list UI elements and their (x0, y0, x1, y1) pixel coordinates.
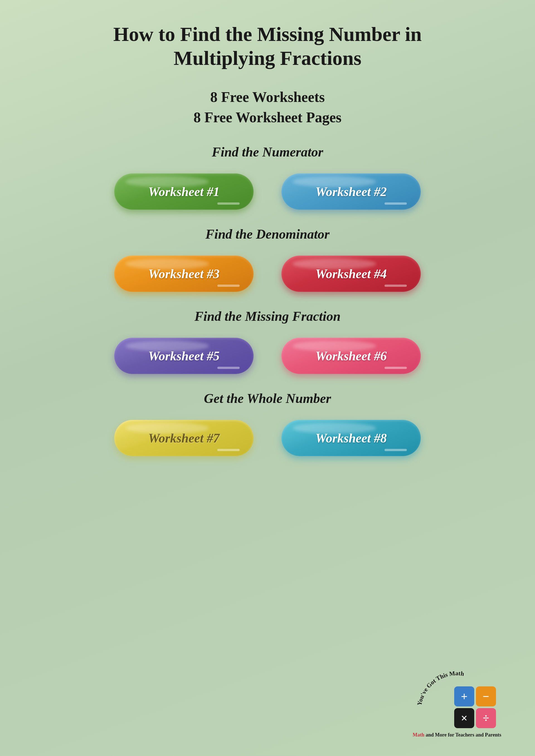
worksheet-2-button[interactable]: Worksheet #2 (281, 174, 421, 210)
worksheet-4-button[interactable]: Worksheet #4 (281, 256, 421, 292)
divide-icon: ÷ (476, 708, 496, 728)
section-label-missing-fraction: Find the Missing Fraction (194, 309, 341, 324)
section-denominator: Find the Denominator Worksheet #3 Worksh… (56, 227, 479, 309)
section-numerator: Find the Numerator Worksheet #1 Workshee… (56, 144, 479, 227)
minus-icon: − (476, 687, 496, 706)
subtitle-line-2: 8 Free Worksheet Pages (194, 107, 342, 128)
plus-icon: + (454, 687, 474, 706)
subtitle-block: 8 Free Worksheets 8 Free Worksheet Pages (194, 87, 342, 128)
page-container: How to Find the Missing Number in Multip… (0, 0, 535, 756)
section-label-numerator: Find the Numerator (212, 144, 323, 160)
subtitle-line-1: 8 Free Worksheets (194, 87, 342, 107)
logo-container: You've Got This Math + − × ÷ Math and Mo… (412, 661, 501, 739)
button-row-4: Worksheet #7 Worksheet #8 (56, 420, 479, 456)
tagline-rest: and More for Teachers and Parents (424, 732, 501, 738)
worksheet-3-button[interactable]: Worksheet #3 (114, 256, 254, 292)
worksheet-6-button[interactable]: Worksheet #6 (281, 338, 421, 374)
button-row-2: Worksheet #3 Worksheet #4 (56, 256, 479, 292)
worksheet-1-button[interactable]: Worksheet #1 (114, 174, 254, 210)
logo-tagline: Math and More for Teachers and Parents (412, 732, 501, 738)
worksheet-8-button[interactable]: Worksheet #8 (281, 420, 421, 456)
section-whole-number: Get the Whole Number Worksheet #7 Worksh… (56, 391, 479, 473)
page-title: How to Find the Missing Number in Multip… (113, 22, 422, 70)
worksheet-5-button[interactable]: Worksheet #5 (114, 338, 254, 374)
section-label-denominator: Find the Denominator (205, 227, 329, 242)
button-row-1: Worksheet #1 Worksheet #2 (56, 174, 479, 210)
button-row-3: Worksheet #5 Worksheet #6 (56, 338, 479, 374)
tagline-math: Math (413, 732, 424, 738)
section-missing-fraction: Find the Missing Fraction Worksheet #5 W… (56, 309, 479, 391)
worksheet-7-button[interactable]: Worksheet #7 (114, 420, 254, 456)
multiply-icon: × (454, 708, 474, 728)
section-label-whole-number: Get the Whole Number (204, 391, 331, 406)
math-icons-grid: + − × ÷ (454, 687, 496, 728)
